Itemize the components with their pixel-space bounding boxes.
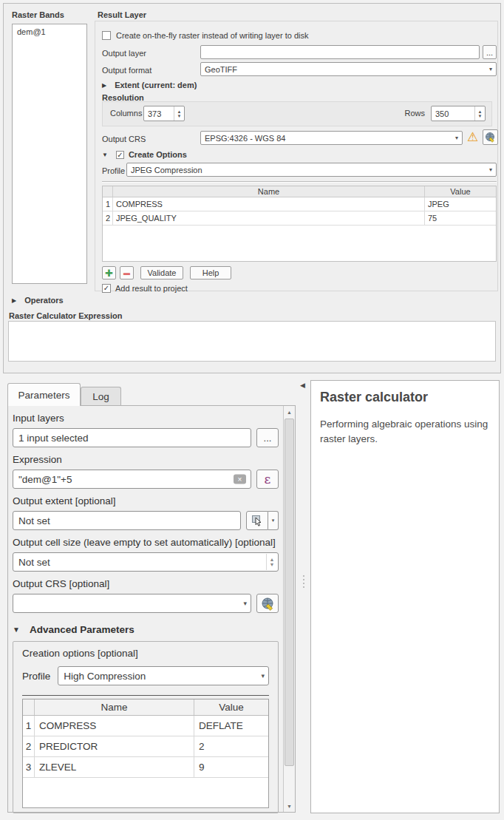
spin-down-icon[interactable]: ▼: [177, 114, 182, 118]
epsilon-icon: ε: [265, 472, 271, 487]
scroll-up-icon[interactable]: ▲: [284, 406, 295, 418]
create-options-expanded-icon[interactable]: ▼: [102, 152, 108, 158]
output-crs-optional-select[interactable]: ▾: [13, 594, 251, 613]
create-options-table: Name Value 1 COMPRESS JPEG 2 JPEG_QUALIT…: [102, 186, 497, 262]
table-row[interactable]: 3 ZLEVEL 9: [23, 757, 268, 778]
output-layer-browse-button[interactable]: ...: [483, 45, 497, 59]
profile-value: JPEG Compression: [131, 166, 202, 174]
rows-spinbox[interactable]: 350 ▲ ▼: [431, 106, 486, 121]
input-layers-select[interactable]: 1 input selected: [13, 428, 251, 447]
table-header-value: Value: [194, 699, 268, 715]
cell-value[interactable]: DEFLATE: [194, 716, 268, 736]
output-format-select[interactable]: GeoTIFF ▾: [200, 62, 497, 76]
cell-value[interactable]: 75: [425, 211, 496, 225]
chevron-down-icon: ▾: [261, 672, 265, 680]
globe-pencil-icon: [485, 132, 496, 143]
output-crs-select[interactable]: EPSG:4326 - WGS 84 ▾: [200, 131, 463, 145]
tab-log[interactable]: Log: [81, 387, 121, 406]
advanced-expanded-icon[interactable]: ▼: [13, 626, 20, 634]
columns-value: 373: [148, 109, 161, 118]
table-row[interactable]: 1 COMPRESS DEFLATE: [23, 716, 268, 736]
expression-label: Expression: [13, 454, 279, 465]
expression-input[interactable]: "dem@1"+5 ×: [13, 470, 251, 489]
table-corner: [103, 186, 113, 197]
scrollbar-thumb[interactable]: [285, 419, 294, 766]
clear-icon[interactable]: ×: [234, 475, 246, 484]
expression-builder-button[interactable]: ε: [256, 470, 279, 489]
chevron-down-icon: ▾: [243, 600, 247, 607]
collapse-panel-icon[interactable]: ◀: [300, 382, 305, 389]
output-crs-value: EPSG:4326 - WGS 84: [205, 134, 285, 143]
input-layers-label: Input layers: [13, 413, 279, 424]
raster-calculator-expression-input[interactable]: [8, 321, 496, 362]
chevron-down-icon: ▾: [489, 166, 492, 173]
rows-label: Rows: [404, 109, 425, 118]
table-row[interactable]: 1 COMPRESS JPEG: [103, 197, 496, 211]
raster-bands-list[interactable]: dem@1: [12, 24, 87, 284]
extent-section-label[interactable]: Extent (current: dem): [115, 81, 197, 89]
profile-label: Profile: [22, 671, 50, 682]
rows-value: 350: [435, 109, 449, 118]
cell-name[interactable]: COMPRESS: [35, 716, 194, 736]
operators-collapsed-icon[interactable]: ▶: [12, 297, 16, 304]
row-number: 3: [23, 757, 35, 777]
extent-picker-button[interactable]: ▾: [246, 511, 279, 530]
create-options-checkbox[interactable]: ✓: [116, 151, 124, 159]
select-crs-button[interactable]: [256, 594, 279, 613]
cell-size-spinbox[interactable]: Not set ▲ ▼: [13, 552, 279, 572]
raster-band-item[interactable]: dem@1: [13, 24, 86, 39]
parameters-panel: Input layers 1 input selected ... Expres…: [7, 405, 296, 813]
advanced-parameters-label[interactable]: Advanced Parameters: [30, 624, 134, 635]
help-button[interactable]: Help: [190, 266, 231, 279]
on-the-fly-label: Create on-the-fly raster instead of writ…: [116, 31, 308, 40]
output-layer-input[interactable]: [200, 45, 480, 59]
add-result-checkbox[interactable]: ✓: [102, 284, 111, 293]
output-crs-optional-label: Output CRS [optional]: [13, 578, 279, 589]
scroll-down-icon[interactable]: ▼: [284, 800, 295, 812]
operators-label[interactable]: Operators: [24, 296, 64, 305]
table-row[interactable]: 2 JPEG_QUALITY 75: [103, 211, 496, 226]
spin-down-icon[interactable]: ▼: [270, 562, 275, 567]
creation-options-table: Name Value 1 COMPRESS DEFLATE 2 PREDICTO…: [22, 699, 269, 808]
extent-collapsed-icon[interactable]: ▶: [102, 82, 106, 89]
output-extent-input[interactable]: Not set: [13, 511, 241, 530]
remove-option-button[interactable]: ▬: [120, 266, 134, 279]
splitter-handle[interactable]: [303, 575, 304, 588]
columns-spinbox[interactable]: 373 ▲ ▼: [143, 106, 185, 121]
on-the-fly-checkbox[interactable]: [102, 31, 111, 40]
cell-name[interactable]: PREDICTOR: [35, 736, 194, 756]
cell-size-value: Not set: [18, 557, 50, 568]
output-format-value: GeoTIFF: [205, 65, 237, 74]
table-header-value: Value: [425, 186, 496, 197]
cell-name[interactable]: COMPRESS: [113, 197, 425, 211]
chevron-down-icon[interactable]: ▾: [268, 511, 279, 530]
table-row[interactable]: 2 PREDICTOR 2: [23, 736, 268, 757]
input-layers-browse-button[interactable]: ...: [256, 428, 279, 447]
cell-value[interactable]: 2: [194, 736, 268, 756]
create-options-label[interactable]: Create Options: [129, 150, 187, 159]
advanced-parameters-group: Creation options [optional] Profile High…: [13, 641, 279, 813]
vertical-scrollbar[interactable]: ▲ ▼: [283, 406, 295, 812]
minus-icon: ▬: [123, 270, 130, 277]
separator: [102, 181, 497, 183]
spin-down-icon[interactable]: ▼: [478, 114, 483, 118]
expression-section-label: Raster Calculator Expression: [9, 311, 122, 320]
cell-value[interactable]: 9: [194, 757, 268, 777]
spin-up-icon[interactable]: ▲: [270, 557, 275, 562]
cell-value[interactable]: JPEG: [425, 197, 496, 211]
validate-button[interactable]: Validate: [140, 266, 183, 279]
select-crs-button[interactable]: [483, 129, 498, 145]
cell-name[interactable]: ZLEVEL: [35, 757, 194, 777]
cell-name[interactable]: JPEG_QUALITY: [113, 211, 425, 225]
profile-select[interactable]: High Compression ▾: [58, 666, 269, 685]
add-option-button[interactable]: ✚: [102, 266, 116, 279]
separator: [22, 695, 269, 696]
profile-select[interactable]: JPEG Compression ▾: [126, 163, 497, 177]
creation-options-label: Creation options [optional]: [22, 648, 269, 659]
raster-bands-label: Raster Bands: [12, 10, 64, 19]
table-header-name: Name: [113, 186, 425, 197]
output-layer-label: Output layer: [102, 49, 146, 58]
row-number: 2: [103, 211, 113, 225]
tab-parameters[interactable]: Parameters: [7, 383, 81, 406]
help-title: Raster calculator: [320, 390, 490, 405]
